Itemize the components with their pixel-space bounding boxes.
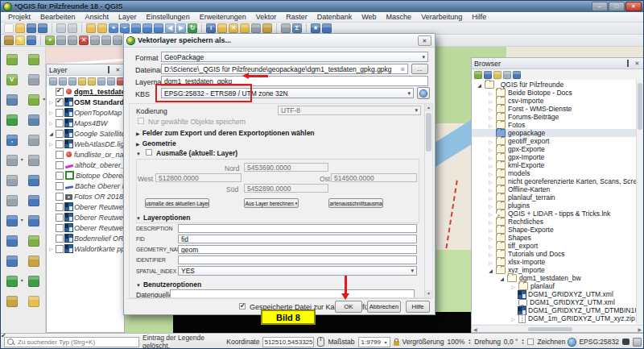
magnifier-spinner[interactable]: ▲▼ xyxy=(468,339,471,345)
layer-visibility-checkbox[interactable] xyxy=(56,130,64,138)
zoom-next-icon[interactable]: ▶ xyxy=(176,23,186,33)
layer-visibility-checkbox[interactable] xyxy=(56,88,64,96)
vertex-tool-icon[interactable] xyxy=(68,35,77,45)
expander-icon[interactable] xyxy=(48,99,54,105)
layer-item[interactable]: Maps4BW xyxy=(47,118,124,128)
expander-icon[interactable] xyxy=(488,139,493,144)
layer-item[interactable]: OSM Standard xyxy=(47,97,124,107)
zoom-out-icon[interactable]: − xyxy=(120,23,130,33)
menu-item[interactable]: Bearbeiten xyxy=(35,13,80,21)
layer-item[interactable]: OpenTopoMap xyxy=(47,107,124,118)
expander-icon[interactable] xyxy=(48,120,54,126)
close-button[interactable]: ✕ xyxy=(625,2,642,11)
cut-features-icon[interactable] xyxy=(90,35,100,45)
layer-item[interactable]: Fotos OR 2018-12-11 xyxy=(47,191,124,202)
open-layer-styling-icon[interactable] xyxy=(49,77,57,85)
spatial-index-select[interactable]: YES▾ xyxy=(178,266,417,276)
pan-map-icon[interactable] xyxy=(86,23,96,33)
north-input[interactable]: 5453690.0000 xyxy=(244,163,328,172)
layer-visibility-checkbox[interactable] xyxy=(56,109,64,117)
float-panel-icon[interactable] xyxy=(105,67,112,73)
add-wcs-layer-icon[interactable] xyxy=(28,175,39,186)
expander-icon[interactable] xyxy=(488,235,493,241)
manage-map-themes-icon[interactable] xyxy=(68,77,76,85)
extent-checkbox[interactable] xyxy=(146,149,152,156)
layer-visibility-checkbox[interactable] xyxy=(56,214,64,222)
menu-item[interactable]: Datenbank xyxy=(312,13,357,21)
rotation-value[interactable]: 0,0 ° xyxy=(504,338,518,346)
layername-input[interactable]: dgm1_testdaten_gpkg xyxy=(161,76,428,86)
format-select[interactable]: GeoPackage▾ xyxy=(161,52,428,62)
add-group-icon[interactable] xyxy=(59,77,67,85)
search-input[interactable] xyxy=(16,338,136,347)
add-feature-icon[interactable]: + xyxy=(45,35,55,45)
layer-visibility-checkbox[interactable] xyxy=(56,119,64,127)
add-spatialite-layer-icon[interactable] xyxy=(6,175,18,186)
option-input[interactable] xyxy=(178,224,417,233)
menu-item[interactable]: Web xyxy=(357,13,381,21)
lock-scale-icon[interactable] xyxy=(394,341,399,346)
layer-visibility-checkbox[interactable] xyxy=(56,245,64,253)
expander-icon[interactable] xyxy=(488,171,493,177)
search-box[interactable] xyxy=(4,337,139,347)
messages-icon[interactable] xyxy=(622,339,630,345)
layout-manager-icon[interactable] xyxy=(68,23,77,33)
clear-input-icon[interactable]: ⊗ xyxy=(400,66,405,73)
statistical-summary-icon[interactable]: Σ xyxy=(292,23,302,33)
tree-item[interactable]: DGM1_GRIDXYZ_UTM.xml xyxy=(472,290,643,298)
add-postgis-layer-icon[interactable] xyxy=(6,155,18,166)
cancel-button[interactable]: Abbrechen xyxy=(367,301,401,313)
layer-item[interactable]: dgm1_testdaten xyz xyxy=(47,86,124,97)
layer-item[interactable]: Bäche Oberer Reut... xyxy=(47,181,124,191)
dialog-close-button[interactable]: ✕ xyxy=(418,35,431,46)
float-panel-icon[interactable] xyxy=(624,60,631,67)
expander-icon[interactable] xyxy=(477,82,482,88)
browser-horizontal-scrollbar[interactable]: ◀ ▶ xyxy=(472,325,643,332)
expander-icon[interactable] xyxy=(488,260,493,265)
delete-selected-icon[interactable]: ✕ xyxy=(79,35,89,45)
menu-item[interactable]: Ansicht xyxy=(80,13,114,21)
new-project-icon[interactable] xyxy=(4,23,14,33)
expander-icon[interactable] xyxy=(488,114,493,120)
menu-item[interactable]: Layer xyxy=(114,13,142,21)
properties-widget-icon[interactable] xyxy=(513,71,521,79)
scroll-right-icon[interactable]: ▶ xyxy=(638,326,642,332)
open-project-icon[interactable] xyxy=(15,23,25,33)
datasource-textarea[interactable] xyxy=(170,289,415,298)
coordinate-input[interactable]: 512510,5453325 xyxy=(262,337,314,347)
expander-icon[interactable] xyxy=(48,131,54,136)
only-selected-checkbox[interactable] xyxy=(138,118,144,124)
encoding-select[interactable]: UTF-8▾ xyxy=(278,106,421,115)
add-point-cloud-icon[interactable] xyxy=(28,235,39,247)
new-spatialite-layer-icon[interactable] xyxy=(28,74,39,85)
menu-item[interactable]: Hilfe xyxy=(467,13,491,21)
copy-features-icon[interactable] xyxy=(101,35,111,45)
render-checkbox[interactable] xyxy=(527,339,534,345)
collapse-all-icon[interactable] xyxy=(503,71,511,79)
layer-visibility-checkbox[interactable] xyxy=(56,224,64,232)
layer-item[interactable]: Google Satellite H... xyxy=(47,128,124,139)
add-delimited-text-icon[interactable]: , xyxy=(6,135,18,146)
expander-icon[interactable] xyxy=(510,284,516,289)
crs-select[interactable]: EPSG:25832 - ETRS89 / UTM zone 32N▾ xyxy=(161,88,414,98)
expander-icon[interactable] xyxy=(488,187,493,193)
data-source-manager-icon[interactable] xyxy=(6,54,18,65)
add-xyz-layer-icon[interactable] xyxy=(6,256,18,267)
measure-icon[interactable] xyxy=(281,23,291,33)
style-manager-icon[interactable] xyxy=(6,296,18,307)
crs-picker-button[interactable] xyxy=(417,87,430,99)
expand-all-icon[interactable] xyxy=(97,77,105,85)
close-panel-icon[interactable]: ✕ xyxy=(634,60,641,67)
tree-item[interactable]: DGM_1m_GRIDXYZ_UTM_xyz.zip xyxy=(472,314,643,322)
menu-item[interactable]: Vektor xyxy=(251,13,282,21)
zoom-to-selection-icon[interactable] xyxy=(142,23,152,33)
select-by-expression-icon[interactable] xyxy=(240,23,250,33)
tree-item[interactable]: dgm1_testdaten_bw xyxy=(472,274,643,282)
crs-status-icon[interactable] xyxy=(568,339,576,346)
layer-item[interactable]: Oberer Reutweg xyxy=(47,222,124,233)
paste-features-icon[interactable] xyxy=(113,35,122,45)
field-calculator-icon[interactable] xyxy=(262,23,272,33)
expander-icon[interactable] xyxy=(488,243,493,249)
add-db2-layer-icon[interactable] xyxy=(28,155,39,166)
new-virtual-layer-icon[interactable] xyxy=(28,114,39,126)
